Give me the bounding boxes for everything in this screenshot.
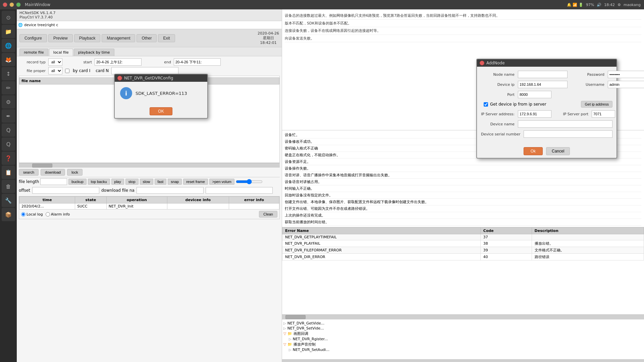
get-ip-address-button[interactable]: Get ip address [581,101,612,108]
addnode-row-ip-server: IP Server address: IP Server port [481,110,612,118]
ip-server-port-label: IP Server port [555,112,588,116]
username-label: Username [571,82,604,87]
dialog-overlay: NET_DVR_GetDVRConfig i SDK_LAST_ERROR=11… [0,0,644,362]
error-dialog-title-text: NET_DVR_GetDVRConfig [124,76,173,80]
addnode-title-text: AddNode [486,61,505,65]
addnode-close-button[interactable] [480,61,484,65]
error-message: SDK_LAST_ERROR=113 [136,91,187,96]
password-label: Password [571,72,604,77]
error-dialog-title: NET_DVR_GetDVRConfig [115,74,207,82]
error-dialog-body: i SDK_LAST_ERROR=113 [115,82,207,105]
node-name-input[interactable] [518,71,568,78]
get-device-ip-row: Get device ip from ip server Get ip addr… [481,101,612,108]
device-serial-label: Device serial number [481,132,520,136]
get-device-ip-checkbox[interactable] [484,102,488,107]
error-ok-button[interactable]: OK [150,107,172,115]
addnode-cancel-button[interactable]: Cancel [546,147,570,155]
node-name-label: Node name [481,72,515,77]
device-ip-label: Device ip [481,82,515,87]
port-label: Port [481,93,515,97]
error-dialog: NET_DVR_GetDVRConfig i SDK_LAST_ERROR=11… [114,74,208,119]
addnode-title: AddNode [477,59,616,67]
device-name-input[interactable] [518,120,612,128]
error-dialog-close[interactable] [117,76,122,80]
password-input[interactable] [608,71,644,78]
info-icon: i [120,87,132,99]
device-name-label: Device name [481,122,515,126]
ip-server-input[interactable] [518,110,551,118]
addnode-dialog: AddNode Node name Password Device ip Use… [476,59,617,159]
addnode-row-1: Node name Password [481,71,612,78]
addnode-footer: Ok Cancel [477,144,616,158]
addnode-ok-button[interactable]: Ok [524,147,543,155]
port-input[interactable] [518,91,551,98]
error-dialog-footer: OK [115,105,207,118]
addnode-body: Node name Password Device ip Username Po… [477,67,616,144]
addnode-row-3: Port [481,91,612,98]
ip-server-label: IP Server address: [481,112,515,116]
ip-server-port-input[interactable] [592,110,615,118]
get-device-ip-label: Get device ip from ip server [490,102,546,107]
device-serial-input[interactable] [524,130,612,138]
username-input[interactable] [608,81,644,88]
addnode-row-2: Device ip Username [481,81,612,88]
device-ip-input[interactable] [518,81,568,88]
addnode-row-device-name: Device name [481,120,612,128]
addnode-row-serial: Device serial number [481,130,612,138]
